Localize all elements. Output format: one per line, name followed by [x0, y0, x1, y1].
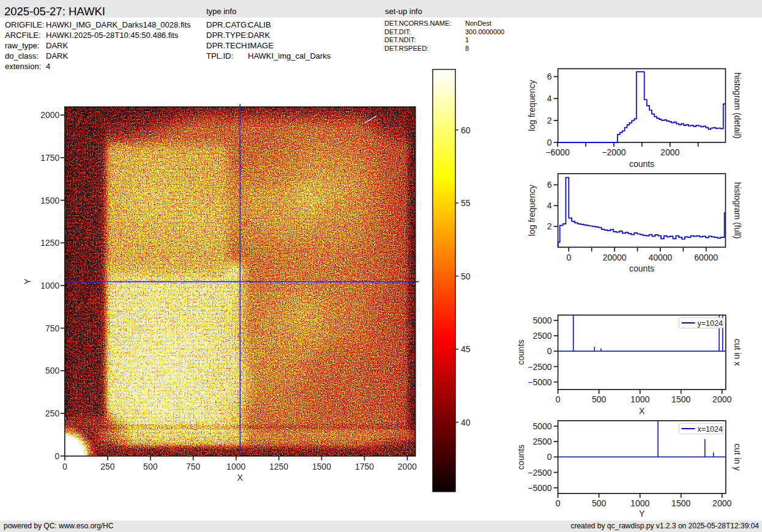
svg-text:500: 500	[592, 394, 607, 404]
svg-text:−2500: −2500	[528, 468, 552, 478]
svg-text:0: 0	[62, 462, 67, 471]
svg-text:6: 6	[547, 72, 552, 81]
svg-text:−2000: −2000	[602, 147, 626, 157]
svg-text:0: 0	[547, 138, 552, 147]
svg-text:2: 2	[547, 221, 552, 231]
svg-text:2000: 2000	[712, 498, 731, 508]
svg-text:−5000: −5000	[528, 377, 552, 387]
svg-text:750: 750	[186, 462, 201, 471]
svg-text:y=1024: y=1024	[698, 319, 723, 328]
svg-text:60: 60	[461, 125, 471, 135]
svg-text:1250: 1250	[40, 238, 59, 248]
svg-text:500: 500	[143, 462, 158, 471]
svg-text:250: 250	[45, 408, 60, 418]
svg-text:4: 4	[547, 94, 552, 103]
svg-text:500: 500	[592, 498, 607, 508]
svg-text:0: 0	[566, 253, 571, 262]
svg-text:0: 0	[556, 394, 561, 404]
svg-text:counts: counts	[516, 445, 526, 470]
svg-text:1750: 1750	[355, 462, 374, 471]
svg-text:−2500: −2500	[528, 362, 552, 372]
svg-text:0: 0	[556, 498, 561, 508]
svg-text:55: 55	[461, 198, 471, 208]
svg-text:X: X	[237, 473, 244, 482]
svg-text:x=1024: x=1024	[698, 425, 723, 434]
svg-text:counts: counts	[516, 339, 526, 364]
svg-text:1500: 1500	[40, 196, 59, 205]
svg-text:2000: 2000	[660, 147, 679, 157]
svg-text:0: 0	[55, 451, 60, 461]
svg-text:counts: counts	[629, 159, 654, 169]
svg-text:40000: 40000	[648, 253, 672, 262]
svg-text:0: 0	[547, 346, 552, 356]
svg-text:6: 6	[547, 180, 552, 190]
svg-text:1000: 1000	[226, 462, 245, 471]
svg-text:2500: 2500	[532, 437, 551, 446]
svg-text:2000: 2000	[398, 462, 417, 471]
svg-text:5000: 5000	[532, 421, 551, 431]
svg-text:1000: 1000	[630, 498, 649, 508]
svg-text:X: X	[639, 406, 645, 416]
svg-text:60000: 60000	[694, 253, 718, 262]
svg-text:2500: 2500	[532, 331, 551, 341]
svg-text:40: 40	[461, 418, 471, 427]
svg-text:50: 50	[461, 272, 471, 281]
svg-text:1000: 1000	[40, 281, 59, 290]
svg-text:cut in y: cut in y	[733, 443, 742, 470]
svg-text:1500: 1500	[671, 394, 690, 404]
svg-text:histogram (full): histogram (full)	[733, 182, 742, 239]
svg-text:1500: 1500	[671, 498, 690, 508]
svg-text:750: 750	[45, 323, 60, 333]
svg-text:500: 500	[45, 366, 60, 375]
svg-text:cut in x: cut in x	[733, 339, 742, 366]
svg-text:1500: 1500	[312, 462, 331, 471]
svg-text:45: 45	[461, 344, 471, 354]
svg-text:log frequency: log frequency	[527, 80, 537, 131]
svg-text:Y: Y	[23, 278, 32, 284]
svg-text:4: 4	[547, 201, 552, 210]
svg-text:log frequency: log frequency	[527, 185, 537, 236]
svg-text:counts: counts	[629, 264, 654, 273]
svg-text:histogram (detail): histogram (detail)	[733, 73, 742, 139]
svg-text:250: 250	[100, 462, 115, 471]
svg-text:1250: 1250	[269, 462, 288, 471]
svg-text:20000: 20000	[603, 253, 627, 262]
svg-text:Y: Y	[639, 509, 645, 519]
svg-text:2000: 2000	[712, 394, 731, 404]
svg-text:1000: 1000	[630, 394, 649, 404]
svg-text:0: 0	[547, 452, 552, 462]
svg-text:2000: 2000	[40, 110, 59, 120]
svg-text:−5000: −5000	[528, 483, 552, 493]
svg-text:−6000: −6000	[545, 147, 570, 157]
svg-text:2: 2	[547, 116, 552, 125]
svg-text:5000: 5000	[532, 316, 551, 325]
svg-text:1750: 1750	[40, 153, 59, 163]
